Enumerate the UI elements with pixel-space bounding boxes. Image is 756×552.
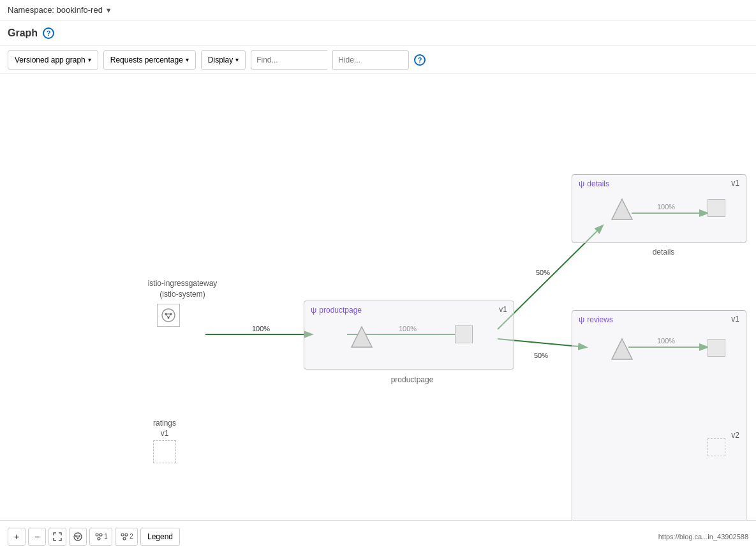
svg-marker-13 — [352, 327, 372, 347]
reviews-group-title: ψ reviews — [579, 315, 613, 324]
istio-ingress-node[interactable] — [157, 304, 180, 327]
display-button[interactable]: Display ▾ — [201, 50, 246, 70]
svg-point-25 — [98, 537, 100, 540]
graph-type-chevron: ▾ — [88, 56, 91, 63]
details-group-box: ψ details v1 — [572, 174, 746, 243]
productpage-git-icon: ψ — [311, 305, 316, 315]
node-icon-button-1[interactable]: 1 — [89, 528, 112, 546]
fit-icon — [53, 532, 62, 541]
find-input[interactable] — [251, 50, 327, 70]
productpage-group-box: ψ productpage v1 — [304, 301, 514, 369]
svg-line-21 — [76, 536, 78, 539]
node-icon-1 — [94, 532, 104, 542]
details-group-title: ψ details — [579, 179, 609, 188]
reviews-workload-square-v2[interactable] — [708, 438, 725, 456]
reviews-version-v1: v1 — [731, 315, 739, 324]
productpage-service-triangle[interactable] — [350, 325, 373, 350]
svg-point-27 — [121, 533, 124, 536]
graph-title: Graph — [8, 27, 38, 39]
edge-label-product-reviews: 50% — [534, 352, 548, 359]
details-workload-square[interactable] — [708, 199, 725, 217]
productpage-label: productpage — [374, 375, 450, 384]
reviews-workload-square-v1[interactable] — [708, 339, 725, 357]
graph-help-icon[interactable]: ? — [43, 27, 54, 39]
graph-area: 100% 100% 50% 50% 100% 100% istio-ingres… — [0, 74, 756, 532]
svg-point-28 — [125, 533, 128, 536]
graph-header: Graph ? — [0, 20, 756, 46]
svg-marker-15 — [612, 339, 632, 359]
traffic-chevron: ▾ — [186, 56, 189, 63]
details-version: v1 — [731, 179, 739, 188]
details-service-triangle[interactable] — [611, 198, 634, 223]
svg-line-11 — [166, 314, 168, 318]
toolbar: Versioned app graph ▾ Requests percentag… — [0, 46, 756, 74]
namespace-bar: Namespace: bookinfo-red ▼ — [0, 0, 756, 20]
traffic-button[interactable]: Requests percentage ▾ — [103, 50, 196, 70]
bottom-toolbar: + − 1 — [0, 520, 756, 552]
bottom-url: https://blog.ca...in_43902588 — [658, 533, 748, 541]
node-icon-2 — [119, 532, 130, 542]
ratings-app-label: ratings — [153, 419, 176, 428]
svg-point-24 — [100, 533, 102, 536]
zoom-out-button[interactable]: − — [28, 528, 46, 546]
ratings-version-label: v1 — [153, 429, 176, 438]
ratings-workload-square[interactable] — [153, 440, 176, 463]
graph-type-button[interactable]: Versioned app graph ▾ — [8, 50, 98, 70]
node-icon-button-2[interactable]: 2 — [115, 528, 138, 546]
fit-button[interactable] — [48, 528, 66, 546]
istio-ingress-label: istio-ingressgateway (istio-system) — [144, 278, 221, 300]
details-label: details — [625, 248, 702, 257]
svg-point-29 — [123, 537, 126, 540]
svg-point-6 — [162, 309, 175, 322]
details-git-icon: ψ — [579, 179, 584, 188]
svg-line-22 — [78, 536, 80, 539]
productpage-workload-square[interactable] — [455, 325, 473, 343]
namespace-label: Namespace: bookinfo-red — [8, 5, 103, 15]
hide-input[interactable] — [332, 50, 409, 70]
namespace-dropdown-icon[interactable]: ▼ — [105, 6, 112, 14]
reviews-service-triangle-v1[interactable] — [611, 338, 634, 362]
productpage-version: v1 — [499, 305, 507, 314]
edge-label-ingress-product: 100% — [252, 325, 270, 332]
namespace-icon-button[interactable] — [69, 528, 87, 546]
istio-node-icon — [161, 308, 176, 323]
edge-label-product-details: 50% — [536, 269, 550, 276]
productpage-group-title: ψ productpage — [311, 305, 362, 315]
svg-point-23 — [96, 533, 98, 536]
reviews-group-box: ψ reviews v1 v2 v3 — [572, 310, 746, 532]
reviews-version-v2-label: v2 — [731, 431, 739, 440]
toolbar-help-icon[interactable]: ? — [414, 54, 426, 66]
zoom-in-button[interactable]: + — [8, 528, 26, 546]
reviews-git-icon: ψ — [579, 315, 584, 324]
display-chevron: ▾ — [235, 56, 239, 63]
namespace-icon — [73, 532, 83, 542]
svg-line-12 — [168, 314, 171, 318]
svg-marker-14 — [612, 199, 632, 220]
ratings-group: ratings v1 — [153, 419, 176, 463]
legend-button[interactable]: Legend — [140, 528, 180, 546]
svg-point-16 — [74, 533, 82, 541]
